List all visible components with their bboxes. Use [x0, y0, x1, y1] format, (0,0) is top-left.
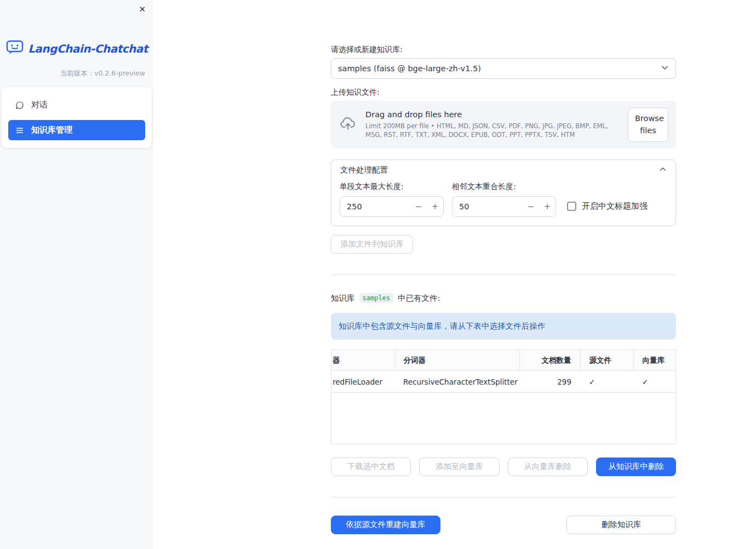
cloud-upload-icon: [339, 115, 357, 134]
add-to-vector-store-button[interactable]: 添加至向量库: [419, 458, 499, 476]
column-header-source-file: 源文件: [580, 350, 633, 371]
sidebar-item-chat[interactable]: 对话: [8, 95, 145, 115]
chunk-size-input[interactable]: 250 − +: [340, 196, 444, 217]
sidebar: ✕ LangChain-Chatchat 当前版本：v0.2.6-preview…: [0, 0, 153, 549]
kb-selectbox[interactable]: samples (faiss @ bge-large-zh-v1.5): [331, 58, 676, 79]
stack-icon: [15, 126, 24, 135]
cell-doc-count: 299: [519, 371, 580, 393]
zh-title-checkbox[interactable]: 开启中文标题加强: [567, 201, 648, 211]
cell-splitter: RecursiveCharacterTextSplitter: [394, 371, 519, 393]
delete-kb-button[interactable]: 删除知识库: [566, 516, 676, 534]
expander-header[interactable]: 文件处理配置: [331, 160, 675, 181]
dropzone-instructions: Drag and drop files here Limit 200MB per…: [365, 110, 619, 140]
version-text: 当前版本：v0.2.6-preview: [0, 69, 153, 78]
file-dropzone[interactable]: Drag and drop files here Limit 200MB per…: [331, 101, 676, 148]
zh-title-checkbox-label: 开启中文标题加强: [582, 201, 648, 211]
cell-vector-store-check: ✓: [633, 371, 676, 393]
chevron-up-icon: [659, 165, 667, 175]
upload-label: 上传知识文件:: [331, 88, 676, 98]
sidebar-item-label: 对话: [31, 100, 48, 110]
rebuild-vector-store-button[interactable]: 依据源文件重建向量库: [331, 516, 440, 534]
dropzone-limits: Limit 200MB per file • HTML, MD, JSON, C…: [365, 122, 619, 140]
dropzone-title: Drag and drop files here: [365, 110, 619, 119]
sidebar-item-knowledge-base[interactable]: 知识库管理: [8, 120, 145, 140]
overlap-input[interactable]: 50 − +: [452, 196, 556, 217]
chevron-down-icon: [661, 64, 669, 73]
kb-name-code: samples: [359, 293, 394, 303]
logo-icon: [5, 39, 24, 58]
chunk-size-field: 单段文本最大长度: 250 − +: [340, 182, 444, 217]
add-files-to-kb-button[interactable]: 添加文件到知识库: [331, 235, 413, 254]
chat-bubble-icon: [15, 101, 24, 110]
existing-files-suffix: 中已有文件:: [398, 293, 440, 304]
info-banner: 知识库中包含源文件与向量库，请从下表中选择文件后操作: [331, 313, 676, 340]
existing-files-heading: 知识库 samples 中已有文件:: [331, 293, 676, 304]
cell-loader: redFileLoader: [331, 371, 394, 393]
app-title: LangChain-Chatchat: [28, 42, 148, 55]
sidebar-menu: 对话 知识库管理: [2, 87, 152, 148]
main-area: 请选择或新建知识库: samples (faiss @ bge-large-zh…: [153, 0, 756, 549]
table-row[interactable]: redFileLoader RecursiveCharacterTextSpli…: [331, 371, 676, 393]
chunk-size-value: 250: [340, 202, 410, 211]
column-header-loader: 器: [331, 350, 394, 371]
overlap-label: 相邻文本重合长度:: [452, 182, 556, 192]
download-selected-button[interactable]: 下载选中文档: [331, 458, 411, 476]
overlap-decrement-button[interactable]: −: [523, 202, 539, 211]
cell-source-file-check: ✓: [580, 371, 633, 393]
column-header-splitter: 分词器: [394, 350, 519, 371]
logo: LangChain-Chatchat: [0, 39, 153, 58]
sidebar-item-label: 知识库管理: [31, 125, 72, 135]
checkbox-unchecked-icon: [567, 202, 576, 211]
column-header-doc-count: 文档数量: [519, 350, 580, 371]
content-column: 请选择或新建知识库: samples (faiss @ bge-large-zh…: [331, 0, 676, 534]
table-header-row: 器 分词器 文档数量 源文件 向量库: [331, 350, 676, 371]
overlap-increment-button[interactable]: +: [539, 202, 555, 211]
kb-select-label: 请选择或新建知识库:: [331, 45, 676, 55]
overlap-field: 相邻文本重合长度: 50 − +: [452, 182, 556, 217]
divider: [331, 274, 676, 275]
files-table: 器 分词器 文档数量 源文件 向量库 redFileLoader Recursi…: [331, 350, 676, 444]
chunk-size-decrement-button[interactable]: −: [410, 202, 427, 211]
delete-from-kb-button[interactable]: 从知识库中删除: [596, 458, 676, 476]
overlap-value: 50: [453, 202, 523, 211]
sidebar-close-button[interactable]: ✕: [139, 4, 146, 14]
expander-body: 单段文本最大长度: 250 − + 相邻文本重合长度: 50 − +: [331, 181, 675, 226]
file-config-expander: 文件处理配置 单段文本最大长度: 250 − + 相邻文: [331, 159, 676, 226]
kb-selectbox-value: samples (faiss @ bge-large-zh-v1.5): [338, 64, 481, 73]
chunk-size-increment-button[interactable]: +: [427, 202, 443, 211]
file-action-buttons: 下载选中文档 添加至向量库 从向量库删除 从知识库中删除: [331, 458, 676, 476]
delete-from-vector-store-button[interactable]: 从向量库删除: [508, 458, 588, 476]
expander-title: 文件处理配置: [340, 165, 388, 175]
chunk-size-label: 单段文本最大长度:: [340, 182, 444, 192]
kb-management-buttons: 依据源文件重建向量库 删除知识库: [331, 516, 676, 534]
divider: [331, 497, 676, 497]
column-header-vector-store: 向量库: [633, 350, 676, 371]
existing-files-prefix: 知识库: [331, 293, 355, 304]
browse-files-button[interactable]: Browse files: [628, 107, 668, 142]
